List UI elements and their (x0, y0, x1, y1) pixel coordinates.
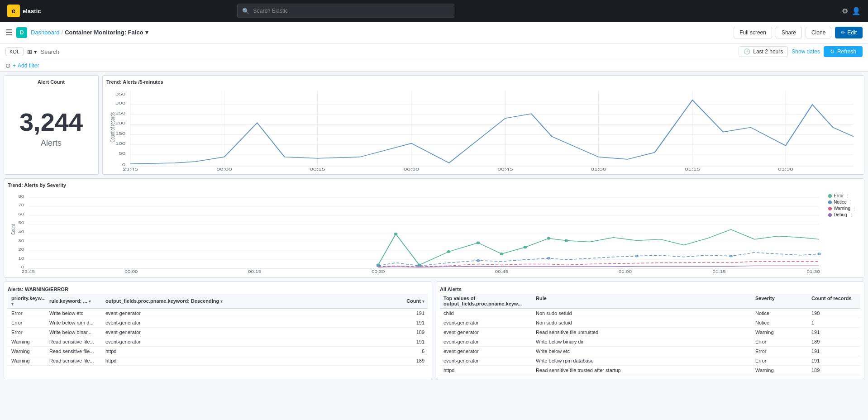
cell-output-0: event-generator (105, 310, 396, 316)
cell-rule-3: Write below binary dir (536, 339, 754, 344)
col-rule-header: Rule (536, 296, 754, 306)
col-rule-header[interactable]: rule.keyword: ... ▾ (49, 298, 104, 304)
filter-dropdown-icon[interactable]: ⊞ ▾ (27, 48, 37, 55)
severity-title: Trend: Alerts by Severity (8, 182, 860, 188)
cell-severity-3: Error (755, 339, 810, 344)
col-priority-header[interactable]: priority.keyw... ▾ (11, 296, 48, 306)
second-navigation: ☰ D Dashboard / Container Monitoring: Fa… (0, 22, 868, 43)
svg-point-55 (447, 250, 451, 253)
cell-count-0: 190 (811, 310, 857, 316)
legend-debug-menu[interactable]: ⋮ (849, 212, 854, 217)
add-filter-button[interactable]: + Add filter (13, 62, 39, 69)
svg-point-58 (523, 246, 527, 248)
rule-filter-icon[interactable]: ▾ (89, 299, 91, 304)
cell-priority-5: Warning (11, 358, 48, 363)
all-alerts-row: event-generator Write below etc Error 19… (440, 347, 860, 356)
all-alerts-panel: All Alerts Top values of output_fields.p… (436, 282, 864, 379)
cell-count-1: 1 (811, 320, 857, 325)
cell-rule-1: Non sudo setuid (536, 320, 754, 325)
svg-text:150: 150 (115, 131, 126, 135)
svg-text:01:00: 01:00 (619, 269, 632, 273)
svg-text:300: 300 (115, 101, 126, 105)
time-filter[interactable]: 🕐 Last 2 hours (739, 46, 788, 57)
all-alerts-row: event-generator Read sensitive file untr… (440, 328, 860, 337)
svg-text:Count: Count (10, 224, 15, 235)
trend-alerts-svg: 0 50 100 150 200 250 300 350 Count of re… (106, 86, 860, 171)
settings-icon[interactable]: ⚙ (842, 7, 848, 15)
filter-circle-icon: ⊙ (5, 62, 11, 69)
warning-error-title: Alerts: WARNING/ERROR (8, 286, 428, 294)
legend-notice-menu[interactable]: ⋮ (848, 200, 853, 205)
cell-rule-4: Write below etc (536, 348, 754, 354)
svg-point-53 (394, 233, 398, 235)
svg-text:00:15: 00:15 (310, 167, 325, 171)
alert-count-title: Alert Count (38, 79, 65, 85)
svg-text:70: 70 (18, 203, 24, 207)
all-alerts-header: Top values of output_fields.proc.pname.k… (440, 294, 860, 309)
table-row: Error Write below etc event-generator 19… (8, 309, 428, 318)
hamburger-menu[interactable]: ☰ (5, 28, 13, 38)
legend-warning-menu[interactable]: ⋮ (852, 206, 857, 211)
cell-topvalues-4: event-generator (444, 348, 534, 354)
table-row: Error Write below binar... event-generat… (8, 328, 428, 337)
all-alerts-row: child Non sudo setuid Notice 190 (440, 309, 860, 318)
filter-bar: KQL ⊞ ▾ 🕐 Last 2 hours Show dates ↻ Refr… (0, 43, 868, 60)
svg-text:350: 350 (115, 92, 126, 96)
row-3: Alerts: WARNING/ERROR priority.keyw... ▾… (4, 282, 864, 379)
cell-severity-6: Warning (755, 368, 810, 373)
svg-text:0: 0 (21, 265, 24, 269)
severity-panel: Trend: Alerts by Severity 0 10 20 30 40 … (4, 178, 864, 278)
col-countrecords-header: Count of records (811, 296, 857, 306)
kql-button[interactable]: KQL (5, 47, 24, 56)
cell-topvalues-5: event-generator (444, 358, 534, 363)
cell-count-1: 191 (397, 320, 424, 325)
svg-text:200: 200 (115, 121, 126, 125)
output-filter-icon[interactable]: ▾ (220, 299, 223, 304)
search-input[interactable] (41, 48, 735, 55)
cell-output-2: event-generator (105, 329, 396, 335)
cell-severity-1: Notice (755, 320, 810, 325)
breadcrumb-current[interactable]: Container Monitoring: Falco ▾ (65, 29, 148, 36)
cell-priority-0: Error (11, 310, 48, 316)
share-button[interactable]: Share (776, 27, 802, 38)
svg-text:01:30: 01:30 (806, 269, 820, 273)
svg-point-57 (500, 253, 504, 255)
col-count-header[interactable]: Count ▾ (397, 298, 424, 304)
priority-filter-icon[interactable]: ▾ (11, 302, 14, 306)
all-alerts-row: event-generator Write below binary dir E… (440, 337, 860, 347)
clone-button[interactable]: Clone (806, 27, 831, 38)
user-icon[interactable]: 👤 (852, 7, 861, 15)
trend-alerts-panel: Trend: Alerts /5-minutes 0 50 100 150 20… (102, 75, 864, 175)
elastic-logo-icon: e (7, 5, 20, 17)
cell-output-1: event-generator (105, 320, 396, 325)
breadcrumb-parent[interactable]: Dashboard (31, 29, 60, 36)
table-row: Warning Read sensitive file... httpd 189 (8, 356, 428, 366)
alert-count-number: 3,244 (19, 110, 83, 135)
cell-rule-1: Write below rpm d... (49, 320, 104, 325)
count-filter-icon[interactable]: ▾ (422, 299, 424, 304)
edit-button[interactable]: ✏ Edit (835, 27, 863, 38)
svg-text:0: 0 (122, 162, 126, 167)
svg-text:01:30: 01:30 (778, 167, 793, 171)
svg-text:30: 30 (18, 239, 24, 243)
svg-text:01:15: 01:15 (685, 167, 700, 171)
cell-rule-2: Write below binar... (49, 329, 104, 335)
time-filter-label: Last 2 hours (753, 48, 783, 55)
legend-warning: Warning ⋮ (828, 206, 857, 211)
svg-text:01:15: 01:15 (713, 269, 726, 273)
global-search-bar[interactable]: 🔍 Search Elastic (237, 4, 454, 18)
elastic-logo[interactable]: e elastic (7, 5, 41, 17)
legend-error-menu[interactable]: ⋮ (845, 193, 850, 198)
top-nav-right: ⚙ 👤 (842, 7, 861, 15)
cell-count-0: 191 (397, 310, 424, 316)
warning-error-table-panel: Alerts: WARNING/ERROR priority.keyw... ▾… (4, 282, 432, 379)
cell-severity-5: Error (755, 358, 810, 363)
col-output-header[interactable]: output_fields.proc.pname.keyword: Descen… (105, 298, 396, 304)
fullscreen-button[interactable]: Full screen (734, 27, 772, 38)
show-dates-button[interactable]: Show dates (792, 48, 820, 55)
table-row: Warning Read sensitive file... event-gen… (8, 337, 428, 347)
edit-icon: ✏ (841, 29, 845, 36)
col-topvalues-header: Top values of output_fields.proc.pname.k… (444, 296, 534, 306)
refresh-button[interactable]: ↻ Refresh (824, 46, 863, 57)
cell-count-5: 189 (397, 358, 424, 363)
